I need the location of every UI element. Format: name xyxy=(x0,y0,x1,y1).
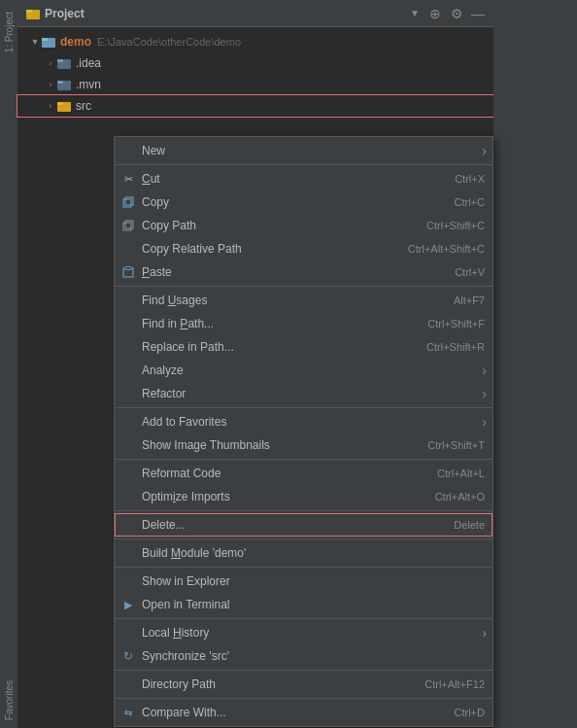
folder-icon-demo xyxy=(41,34,56,50)
menu-item-refactor[interactable]: Refactor xyxy=(115,382,492,405)
tree-area: ▼ demo E:\JavaCode\otherCode\demo › .ide… xyxy=(17,27,493,121)
folder-icon-mvn xyxy=(56,77,72,92)
project-panel: Project ▼ ⊕ ⚙ — ▼ demo E:\JavaCode\other… xyxy=(17,0,493,728)
dropdown-arrow[interactable]: ▼ xyxy=(410,8,420,18)
svg-rect-13 xyxy=(125,221,133,228)
menu-item-local-history[interactable]: Local History xyxy=(115,621,492,644)
menu-label-synchronize: Synchronize 'src' xyxy=(142,649,229,663)
menu-label-directory-path: Directory Path xyxy=(142,677,216,691)
svg-rect-9 xyxy=(57,102,63,105)
menu-shortcut-find-usages: Alt+F7 xyxy=(454,295,485,306)
menu-item-new[interactable]: New xyxy=(115,139,492,162)
menu-shortcut-compare-with: Ctrl+D xyxy=(455,707,485,718)
sidebar-tab-favorites[interactable]: Favorites xyxy=(2,673,17,728)
menu-item-copy-relative-path[interactable]: Copy Relative Path Ctrl+Alt+Shift+C xyxy=(115,237,492,260)
separator-6 xyxy=(115,538,492,539)
tree-item-src[interactable]: › src xyxy=(17,95,493,117)
panel-title: Project xyxy=(45,7,410,20)
menu-label-refactor: Refactor xyxy=(142,387,186,400)
menu-shortcut-show-image-thumbnails: Ctrl+Shift+T xyxy=(427,439,485,451)
svg-rect-1 xyxy=(26,10,32,13)
menu-label-analyze: Analyze xyxy=(142,364,184,377)
menu-shortcut-copy: Ctrl+C xyxy=(455,196,485,208)
tree-arrow-mvn: › xyxy=(45,80,56,89)
svg-rect-5 xyxy=(57,59,63,62)
tree-label-idea: .idea xyxy=(76,56,101,70)
svg-rect-15 xyxy=(125,267,131,270)
copy-path-icon xyxy=(120,218,136,233)
sidebar: 1: Project Favorites xyxy=(0,0,17,728)
tree-arrow-idea: › xyxy=(45,58,56,68)
separator-2 xyxy=(115,286,492,287)
copy-icon xyxy=(120,194,136,210)
separator-10 xyxy=(115,698,492,699)
menu-label-show-image-thumbnails: Show Image Thumbnails xyxy=(142,438,270,452)
tree-label-src: src xyxy=(76,99,91,113)
menu-item-add-favorites[interactable]: Add to Favorites xyxy=(115,410,492,433)
paste-icon xyxy=(120,264,136,280)
menu-item-find-in-path[interactable]: Find in Path... Ctrl+Shift+F xyxy=(115,312,492,335)
menu-shortcut-copy-relative-path: Ctrl+Alt+Shift+C xyxy=(408,243,485,255)
separator-8 xyxy=(115,618,492,619)
tree-item-idea[interactable]: › .idea xyxy=(17,52,493,74)
panel-actions: ⊕ ⚙ — xyxy=(427,6,486,21)
separator-7 xyxy=(115,567,492,568)
menu-label-build-module: Build Module 'demo' xyxy=(142,546,246,560)
menu-shortcut-optimize-imports: Ctrl+Alt+O xyxy=(435,491,485,503)
menu-item-paste[interactable]: Paste Ctrl+V xyxy=(115,260,492,284)
terminal-icon: ▶ xyxy=(120,597,136,612)
folder-icon-idea xyxy=(56,55,72,71)
menu-label-local-history: Local History xyxy=(142,626,209,640)
menu-item-reformat-code[interactable]: Reformat Code Ctrl+Alt+L xyxy=(115,462,492,485)
folder-icon xyxy=(25,6,41,21)
menu-label-copy: Copy xyxy=(142,195,169,209)
menu-item-show-in-explorer[interactable]: Show in Explorer xyxy=(115,570,492,593)
menu-item-directory-path[interactable]: Directory Path Ctrl+Alt+F12 xyxy=(115,673,492,696)
folder-icon-src xyxy=(56,98,72,114)
menu-label-open-in-terminal: Open in Terminal xyxy=(142,598,230,611)
cut-icon: ✂ xyxy=(120,171,136,187)
separator-5 xyxy=(115,510,492,511)
settings-icon[interactable]: ⚙ xyxy=(449,6,464,21)
menu-label-optimize-imports: Optimize Imports xyxy=(142,490,230,503)
menu-shortcut-cut: Ctrl+X xyxy=(455,173,485,185)
tree-arrow-src: › xyxy=(45,101,56,111)
menu-shortcut-replace-in-path: Ctrl+Shift+R xyxy=(426,341,485,353)
menu-item-copy[interactable]: Copy Ctrl+C xyxy=(115,191,492,214)
menu-item-replace-in-path[interactable]: Replace in Path... Ctrl+Shift+R xyxy=(115,335,492,359)
menu-item-synchronize[interactable]: ↻ Synchronize 'src' xyxy=(115,644,492,668)
menu-item-analyze[interactable]: Analyze xyxy=(115,359,492,382)
menu-label-copy-path: Copy Path xyxy=(142,219,196,232)
tree-label-demo: demo xyxy=(60,35,91,49)
menu-shortcut-delete: Delete xyxy=(454,519,485,531)
minimize-icon[interactable]: — xyxy=(470,6,486,21)
menu-item-delete[interactable]: Delete... Delete xyxy=(115,513,492,537)
separator-3 xyxy=(115,407,492,408)
globe-icon[interactable]: ⊕ xyxy=(427,6,443,21)
svg-rect-7 xyxy=(57,81,63,84)
menu-shortcut-find-in-path: Ctrl+Shift+F xyxy=(427,318,485,329)
menu-label-new: New xyxy=(142,144,165,157)
tree-path-demo: E:\JavaCode\otherCode\demo xyxy=(97,36,241,48)
menu-item-copy-path[interactable]: Copy Path Ctrl+Shift+C xyxy=(115,214,492,237)
menu-label-paste: Paste xyxy=(142,265,172,279)
sidebar-tab-project[interactable]: 1: Project xyxy=(2,4,17,60)
tree-label-mvn: .mvn xyxy=(76,78,101,91)
tree-item-mvn[interactable]: › .mvn xyxy=(17,74,493,95)
separator-9 xyxy=(115,670,492,671)
tree-item-demo[interactable]: ▼ demo E:\JavaCode\otherCode\demo xyxy=(17,31,493,52)
panel-header: Project ▼ ⊕ ⚙ — xyxy=(17,0,493,27)
compare-icon: ⇆ xyxy=(120,705,136,720)
svg-rect-12 xyxy=(123,223,131,230)
svg-rect-3 xyxy=(42,38,48,41)
menu-item-optimize-imports[interactable]: Optimize Imports Ctrl+Alt+O xyxy=(115,485,492,508)
menu-label-delete: Delete... xyxy=(142,518,186,532)
menu-item-find-usages[interactable]: Find Usages Alt+F7 xyxy=(115,289,492,312)
menu-item-cut[interactable]: ✂ Cut Ctrl+X xyxy=(115,167,492,191)
menu-label-cut: Cut xyxy=(142,172,160,186)
menu-item-compare-with[interactable]: ⇆ Compare With... Ctrl+D xyxy=(115,701,492,724)
menu-item-open-in-terminal[interactable]: ▶ Open in Terminal xyxy=(115,593,492,616)
menu-item-show-image-thumbnails[interactable]: Show Image Thumbnails Ctrl+Shift+T xyxy=(115,433,492,457)
separator-1 xyxy=(115,164,492,165)
menu-item-build-module[interactable]: Build Module 'demo' xyxy=(115,541,492,565)
